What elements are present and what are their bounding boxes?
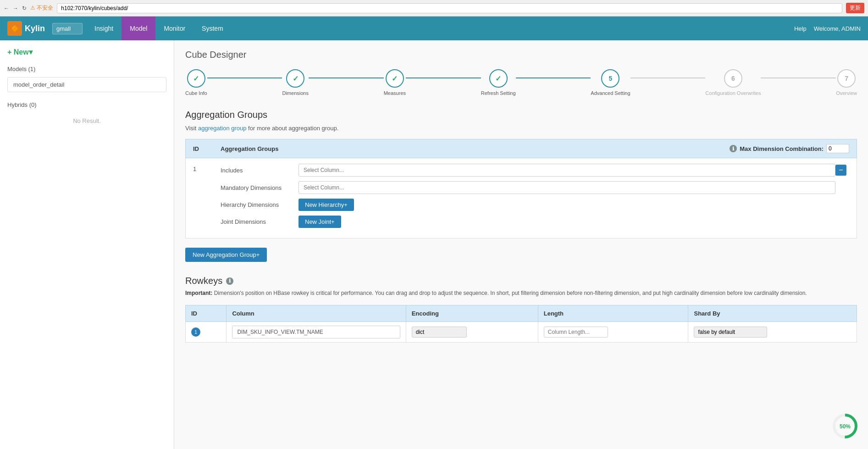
max-info-icon[interactable]: ℹ	[730, 145, 737, 152]
page-title: Cube Designer	[185, 50, 857, 60]
mandatory-input[interactable]	[299, 181, 835, 194]
step-label-6: Configuration Overwrites	[705, 90, 761, 96]
rowkeys-info-icon[interactable]: ℹ	[226, 277, 233, 285]
includes-row: Includes	[221, 164, 835, 177]
includes-input[interactable]	[299, 164, 835, 177]
step-circle-5[interactable]: 5	[601, 69, 619, 88]
column-input[interactable]	[232, 326, 400, 338]
col-groups-header: Aggregation Groups	[221, 145, 730, 152]
hierarchy-row: Hierarchy Dimensions New Hierarchy+	[221, 199, 835, 211]
main-layout: + New▾ Models (1) model_order_detail Hyb…	[0, 40, 868, 449]
step-line-6	[761, 78, 836, 78]
browser-bar: ← → ↻ ⚠ 不安全 更新	[0, 0, 868, 17]
max-label: Max Dimension Combination:	[740, 145, 824, 152]
app-logo: 🔶 Kylin	[0, 21, 52, 36]
col-column-th: Column	[227, 305, 406, 322]
progress-circle: 50%	[831, 412, 859, 440]
mandatory-label: Mandatory Dimensions	[221, 184, 294, 191]
nav-system[interactable]: System	[194, 17, 232, 40]
sidebar: + New▾ Models (1) model_order_detail Hyb…	[0, 40, 174, 449]
step-line-1	[207, 78, 282, 78]
step-line-2	[309, 78, 384, 78]
desc-suffix: for more about aggregation group.	[248, 125, 338, 132]
table-row: 1 dict	[186, 322, 857, 343]
step-label-4: Refresh Setting	[481, 90, 516, 96]
col-encoding-th: Encoding	[406, 305, 538, 322]
wizard-steps: ✓ Cube Info ✓ Dimensions ✓ Measures	[185, 69, 857, 96]
models-title: Models (1)	[7, 66, 166, 72]
step-overview: 7 Overview	[836, 69, 857, 96]
aggregation-group-link[interactable]: aggregation group	[198, 125, 247, 132]
mandatory-row: Mandatory Dimensions	[221, 181, 835, 194]
nav-monitor[interactable]: Monitor	[155, 17, 194, 40]
step-label-5: Advanced Setting	[591, 90, 630, 96]
includes-label: Includes	[221, 167, 294, 174]
rowkeys-desc: Important: Dimension's position on HBase…	[185, 289, 857, 298]
shard-select[interactable]: false by default	[694, 327, 767, 338]
help-link[interactable]: Help	[794, 25, 807, 32]
step-label-2: Dimensions	[282, 90, 308, 96]
step-circle-7[interactable]: 7	[837, 69, 856, 88]
new-joint-button[interactable]: New Joint+	[299, 216, 341, 228]
new-aggregation-group-button[interactable]: New Aggregation Group+	[185, 248, 267, 262]
url-bar[interactable]	[57, 3, 842, 13]
rowkeys-title-text: Rowkeys	[185, 276, 222, 286]
aggregation-desc: Visit aggregation group for more about a…	[185, 125, 857, 132]
rowkeys-desc-strong: Important:	[185, 290, 212, 296]
encoding-select[interactable]: dict	[412, 327, 467, 338]
rowkeys-desc-text: Dimension's position on HBase rowkey is …	[214, 290, 807, 296]
step-refresh: ✓ Refresh Setting	[481, 69, 516, 96]
desc-prefix: Visit	[185, 125, 198, 132]
app-header: 🔶 Kylin gmall Insight Model Monitor Syst…	[0, 17, 868, 40]
rowkeys-title: Rowkeys ℹ	[185, 276, 857, 286]
col-id-th: ID	[186, 305, 227, 322]
new-hierarchy-button[interactable]: New Hierarchy+	[299, 199, 354, 211]
step-cube-info: ✓ Cube Info	[185, 69, 207, 96]
joint-row: Joint Dimensions New Joint+	[221, 216, 835, 228]
content-area: Cube Designer ✓ Cube Info ✓ Dimensions ✓	[174, 40, 868, 449]
step-line-3	[406, 78, 481, 78]
step-measures: ✓ Measures	[384, 69, 406, 96]
step-circle-3[interactable]: ✓	[386, 69, 404, 88]
aggregation-table-header: ID Aggregation Groups ℹ Max Dimension Co…	[185, 139, 857, 158]
app-title: Kylin	[25, 24, 45, 33]
header-right: Help Welcome, ADMIN	[794, 25, 868, 32]
refresh-button[interactable]: 更新	[846, 3, 864, 13]
nav-menu: Insight Model Monitor System	[86, 17, 232, 40]
step-line-4	[516, 78, 591, 78]
back-icon[interactable]: ←	[4, 5, 9, 11]
delete-agg-row-button[interactable]: −	[835, 165, 846, 176]
row-encoding-cell: dict	[406, 322, 538, 343]
step-label-1: Cube Info	[185, 90, 207, 96]
model-item[interactable]: model_order_detail	[7, 77, 166, 92]
step-circle-2[interactable]: ✓	[286, 69, 304, 88]
agg-row-id: 1	[193, 164, 221, 172]
row-id-cell: 1	[186, 322, 227, 343]
step-circle-6[interactable]: 6	[724, 69, 742, 88]
rowkeys-table: ID Column Encoding Length Shard By 1	[185, 305, 857, 343]
max-input[interactable]	[826, 144, 849, 153]
new-button[interactable]: + New▾	[7, 48, 166, 56]
user-label: Welcome, ADMIN	[814, 25, 861, 32]
step-circle-4[interactable]: ✓	[489, 69, 508, 88]
reload-icon[interactable]: ↻	[22, 5, 27, 11]
forward-icon[interactable]: →	[13, 5, 18, 11]
project-select[interactable]: gmall	[52, 23, 83, 34]
aggregation-title: Aggregation Groups	[185, 110, 857, 120]
step-label-7: Overview	[836, 90, 857, 96]
length-input[interactable]	[544, 327, 608, 338]
nav-model[interactable]: Model	[122, 17, 155, 40]
progress-text: 50%	[840, 423, 851, 430]
hierarchy-label: Hierarchy Dimensions	[221, 201, 294, 208]
col-id-header: ID	[193, 145, 221, 152]
drag-handle[interactable]: 1	[191, 327, 200, 337]
col-max-header: ℹ Max Dimension Combination:	[730, 144, 849, 153]
hybrids-title: Hybrids (0)	[7, 101, 166, 108]
row-column-cell	[227, 322, 406, 343]
row-shard-cell: false by default	[688, 322, 857, 343]
col-length-th: Length	[538, 305, 688, 322]
step-dimensions: ✓ Dimensions	[282, 69, 308, 96]
nav-insight[interactable]: Insight	[86, 17, 122, 40]
step-label-3: Measures	[384, 90, 406, 96]
step-circle-1[interactable]: ✓	[187, 69, 205, 88]
